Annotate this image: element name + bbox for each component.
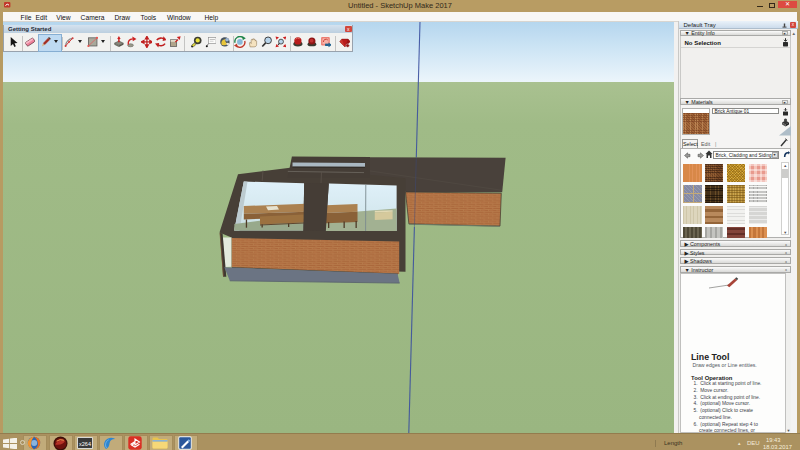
svg-text:x264: x264 — [79, 441, 91, 447]
